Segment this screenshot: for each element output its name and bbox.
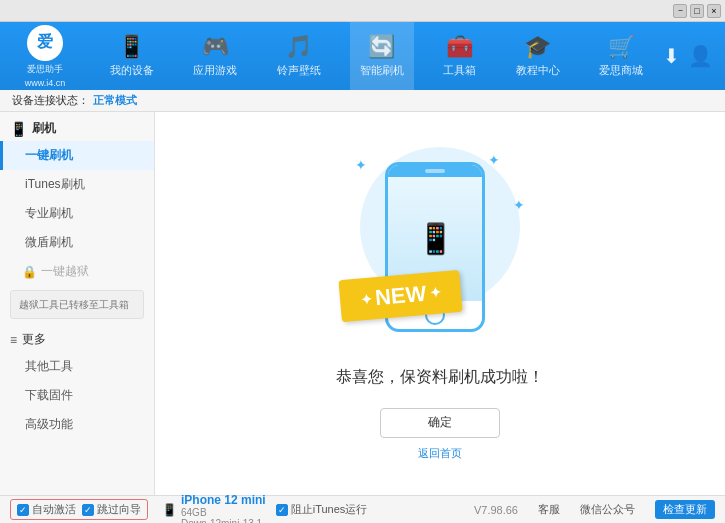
nav-toolbox-label: 工具箱	[443, 63, 476, 78]
bottom-left: ✓ 自动激活 ✓ 跳过向导 📱 iPhone 12 mini 64GB Down…	[10, 491, 474, 524]
more-group-icon: ≡	[10, 333, 17, 347]
flash-group-label: 刷机	[32, 120, 56, 137]
status-bar: 设备连接状态： 正常模式	[0, 90, 725, 112]
nav-ringtone-label: 铃声壁纸	[277, 63, 321, 78]
nav-app-games-label: 应用游戏	[193, 63, 237, 78]
nav-ringtone[interactable]: 🎵 铃声壁纸	[267, 22, 331, 90]
sidebar-group-more: ≡ 更多	[0, 323, 154, 352]
flash-group-icon: 📱	[10, 121, 27, 137]
nav-bar: 📱 我的设备 🎮 应用游戏 🎵 铃声壁纸 🔄 智能刷机 🧰 工具箱 🎓 教程中心…	[90, 22, 663, 90]
skip-wizard-checkbox-item[interactable]: ✓ 跳过向导	[82, 502, 141, 517]
sidebar-item-download-firmware[interactable]: 下载固件	[0, 381, 154, 410]
sidebar-item-onekey-flash[interactable]: 一键刷机	[0, 141, 154, 170]
sidebar-item-advanced[interactable]: 高级功能	[0, 410, 154, 439]
nav-toolbox[interactable]: 🧰 工具箱	[433, 22, 486, 90]
new-star-left: ✦	[359, 290, 372, 307]
bottom-right: V7.98.66 客服 微信公众号 检查更新	[474, 500, 715, 519]
sparkle-3-icon: ✦	[513, 197, 525, 213]
nav-appstore-label: 爱思商城	[599, 63, 643, 78]
new-star-right: ✦	[429, 284, 442, 301]
main-area: 📱 刷机 一键刷机 iTunes刷机 专业刷机 微盾刷机 🔒 一键越狱 越狱工具…	[0, 112, 725, 495]
stop-itunes-checkbox[interactable]: ✓	[276, 504, 288, 516]
sidebar-item-itunes-flash[interactable]: iTunes刷机	[0, 170, 154, 199]
status-label: 设备连接状态：	[12, 93, 89, 108]
skip-wizard-checkbox[interactable]: ✓	[82, 504, 94, 516]
auto-start-checkbox[interactable]: ✓	[17, 504, 29, 516]
device-info-area: 📱 iPhone 12 mini 64GB Down-12mini-13,1	[162, 491, 266, 524]
jailbreak-note: 越狱工具已转移至工具箱	[10, 290, 144, 319]
nav-tutorial-icon: 🎓	[524, 34, 551, 60]
title-bar: － □ ×	[0, 0, 725, 22]
sidebar-item-other-tools[interactable]: 其他工具	[0, 352, 154, 381]
minimize-button[interactable]: －	[673, 4, 687, 18]
sidebar-item-downgrade-flash[interactable]: 微盾刷机	[0, 228, 154, 257]
sidebar: 📱 刷机 一键刷机 iTunes刷机 专业刷机 微盾刷机 🔒 一键越狱 越狱工具…	[0, 112, 155, 495]
download-button[interactable]: ⬇	[663, 44, 680, 68]
auto-start-label: 自动激活	[32, 502, 76, 517]
sidebar-item-pro-flash[interactable]: 专业刷机	[0, 199, 154, 228]
header-right: ⬇ 👤	[663, 44, 725, 68]
nav-appstore[interactable]: 🛒 爱思商城	[589, 22, 653, 90]
success-message: 恭喜您，保资料刷机成功啦！	[336, 367, 544, 388]
device-version: Down-12mini-13,1	[181, 518, 266, 524]
nav-smart-flash[interactable]: 🔄 智能刷机	[350, 22, 414, 90]
logo-line1: 爱思助手	[27, 63, 63, 76]
nav-smart-flash-icon: 🔄	[368, 34, 395, 60]
logo-area: 爱 爱思助手 www.i4.cn	[0, 25, 90, 88]
device-icon: 📱	[162, 503, 177, 517]
nav-ringtone-icon: 🎵	[285, 34, 312, 60]
sidebar-item-jailbreak-disabled: 🔒 一键越狱	[0, 257, 154, 286]
back-link[interactable]: 返回首页	[418, 446, 462, 461]
check-update-button[interactable]: 检查更新	[655, 500, 715, 519]
logo-icon: 爱	[27, 25, 63, 61]
nav-my-device-label: 我的设备	[110, 63, 154, 78]
nav-appstore-icon: 🛒	[608, 34, 635, 60]
nav-app-games[interactable]: 🎮 应用游戏	[183, 22, 247, 90]
close-button[interactable]: ×	[707, 4, 721, 18]
content-area: ✦ ✦ ✦ 📱 ✦ NEW ✦ 恭喜您，保资料刷机成功啦！ 确定 返	[155, 112, 725, 495]
nav-app-games-icon: 🎮	[202, 34, 229, 60]
nav-smart-flash-label: 智能刷机	[360, 63, 404, 78]
sparkle-2-icon: ✦	[488, 152, 500, 168]
phone-illustration: ✦ ✦ ✦ 📱 ✦ NEW ✦	[350, 147, 530, 347]
skip-wizard-label: 跳过向导	[97, 502, 141, 517]
nav-toolbox-icon: 🧰	[446, 34, 473, 60]
status-value: 正常模式	[93, 93, 137, 108]
bottom-bar: ✓ 自动激活 ✓ 跳过向导 📱 iPhone 12 mini 64GB Down…	[0, 495, 725, 523]
stop-itunes-label: 阻止iTunes运行	[291, 502, 368, 517]
nav-my-device[interactable]: 📱 我的设备	[100, 22, 164, 90]
customer-link[interactable]: 客服	[538, 502, 560, 517]
lock-icon: 🔒	[22, 265, 37, 279]
nav-tutorial[interactable]: 🎓 教程中心	[506, 22, 570, 90]
logo-line2: www.i4.cn	[25, 78, 66, 88]
version-text: V7.98.66	[474, 504, 518, 516]
sidebar-group-flash: 📱 刷机	[0, 112, 154, 141]
confirm-button[interactable]: 确定	[380, 408, 500, 438]
stop-itunes-area: ✓ 阻止iTunes运行	[276, 502, 368, 517]
sparkle-1-icon: ✦	[355, 157, 367, 173]
user-button[interactable]: 👤	[688, 44, 713, 68]
maximize-button[interactable]: □	[690, 4, 704, 18]
header: 爱 爱思助手 www.i4.cn 📱 我的设备 🎮 应用游戏 🎵 铃声壁纸 🔄 …	[0, 22, 725, 90]
device-info: iPhone 12 mini 64GB Down-12mini-13,1	[181, 493, 266, 524]
more-group-label: 更多	[22, 331, 46, 348]
device-storage: 64GB	[181, 507, 266, 518]
auto-start-checkbox-item[interactable]: ✓ 自动激活	[17, 502, 76, 517]
nav-my-device-icon: 📱	[118, 34, 145, 60]
checkboxes-group: ✓ 自动激活 ✓ 跳过向导	[10, 499, 148, 520]
nav-tutorial-label: 教程中心	[516, 63, 560, 78]
wechat-link[interactable]: 微信公众号	[580, 502, 635, 517]
new-text: NEW	[374, 280, 427, 310]
